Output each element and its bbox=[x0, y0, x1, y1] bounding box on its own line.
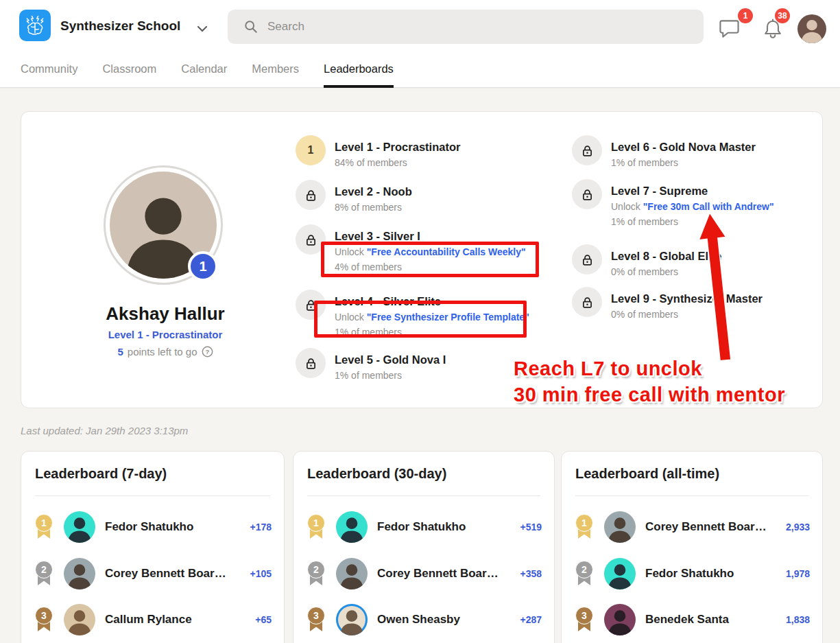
lock-icon bbox=[581, 144, 594, 157]
leaderboard-row[interactable]: 2 Corey Bennett Boar… +358 bbox=[306, 553, 542, 594]
leaderboard-alltime-card: Leaderboard (all-time) 1 Corey Bennett B… bbox=[561, 451, 823, 643]
level-item-2: Level 2 - Noob 8% of members bbox=[296, 180, 412, 215]
tab-leaderboards[interactable]: Leaderboards bbox=[324, 55, 394, 88]
level-item-3: Level 3 - Silver I Unlock "Free Accounta… bbox=[296, 224, 526, 274]
leaderboard-row[interactable]: 1 Fedor Shatukho +178 bbox=[34, 506, 272, 548]
notification-badge: 38 bbox=[775, 8, 790, 23]
user-avatar[interactable] bbox=[797, 14, 826, 43]
person-silhouette-icon bbox=[64, 560, 95, 589]
member-points: +287 bbox=[520, 614, 542, 625]
leaderboard-30day-card: Leaderboard (30-day) 1 Fedor Shatukho +5… bbox=[293, 451, 555, 643]
member-name[interactable]: Fedor Shatukho bbox=[377, 520, 510, 534]
level-title: Level 8 - Global Elite bbox=[611, 248, 721, 264]
lock-icon bbox=[304, 189, 317, 202]
avatar bbox=[336, 511, 368, 543]
search-icon bbox=[244, 20, 258, 34]
leaderboard-title: Leaderboard (30-day) bbox=[307, 466, 446, 482]
level-unlock: Unlock "Free Synthesizer Profile Templat… bbox=[335, 309, 529, 325]
leaderboard-7day-card: Leaderboard (7-day) 1 Fedor Shatukho +17… bbox=[21, 451, 285, 643]
profile-name: Akshay Hallur bbox=[21, 303, 309, 325]
person-silhouette-icon bbox=[604, 560, 636, 589]
search-input[interactable] bbox=[267, 20, 693, 34]
medal-gold-icon: 1 bbox=[34, 514, 54, 540]
level-item-5: Level 5 - Gold Nova I 1% of members bbox=[296, 348, 446, 383]
chat-icon[interactable] bbox=[719, 18, 740, 41]
avatar bbox=[64, 604, 95, 635]
member-name[interactable]: Corey Bennett Boar… bbox=[377, 567, 510, 581]
svg-text:?: ? bbox=[205, 348, 209, 355]
level-lock-badge bbox=[296, 348, 326, 378]
member-name[interactable]: Corey Bennett Boar… bbox=[105, 567, 240, 581]
level-item-7: Level 7 - Supreme Unlock "Free 30m Call … bbox=[572, 179, 774, 229]
profile-level-label[interactable]: Level 1 - Procrastinator bbox=[21, 329, 309, 340]
medal-silver-icon: 2 bbox=[306, 561, 326, 587]
level-item-8: Level 8 - Global Elite 0% of members bbox=[572, 244, 721, 279]
lock-icon bbox=[304, 357, 317, 370]
member-name[interactable]: Fedor Shatukho bbox=[645, 567, 776, 581]
medal-bronze-icon: 3 bbox=[34, 607, 54, 633]
question-icon[interactable]: ? bbox=[202, 346, 213, 358]
profile-level-badge: 1 bbox=[188, 251, 218, 281]
leaderboard-row[interactable]: 2 Corey Bennett Boar… +105 bbox=[34, 553, 272, 594]
leaderboard-row[interactable]: 1 Corey Bennett Boar… 2,933 bbox=[574, 506, 810, 548]
leaderboard-row[interactable]: 2 Fedor Shatukho 1,978 bbox=[574, 553, 810, 594]
tab-members[interactable]: Members bbox=[252, 55, 299, 88]
level-members: 0% of members bbox=[611, 307, 763, 322]
level-lock-badge bbox=[572, 179, 602, 209]
level-lock-badge bbox=[296, 180, 326, 210]
level-title: Level 5 - Gold Nova I bbox=[335, 351, 446, 368]
medal-bronze-icon: 3 bbox=[574, 607, 595, 633]
person-silhouette-icon bbox=[336, 606, 368, 635]
lock-icon bbox=[304, 299, 317, 312]
level-lock-badge bbox=[572, 135, 602, 165]
chevron-down-icon[interactable] bbox=[197, 23, 207, 35]
member-name[interactable]: Callum Rylance bbox=[105, 613, 245, 627]
level-title: Level 7 - Supreme bbox=[611, 183, 774, 199]
tab-calendar[interactable]: Calendar bbox=[181, 55, 227, 88]
member-name[interactable]: Corey Bennett Boar… bbox=[645, 520, 776, 534]
member-points: +519 bbox=[520, 522, 542, 533]
level-members: 4% of members bbox=[335, 259, 526, 274]
level-title: Level 9 - Synthesizer Master bbox=[611, 290, 763, 307]
level-members: 1% of members bbox=[335, 368, 446, 383]
level-unlock: Unlock "Free Accountability Calls Weekly… bbox=[335, 244, 526, 259]
tab-classroom[interactable]: Classroom bbox=[102, 55, 156, 88]
person-silhouette-icon bbox=[604, 513, 636, 543]
level-lock-badge bbox=[296, 290, 326, 320]
avatar bbox=[64, 511, 95, 543]
community-logo[interactable] bbox=[19, 10, 51, 41]
tab-community[interactable]: Community bbox=[21, 55, 77, 88]
avatar bbox=[604, 604, 636, 635]
member-points: +178 bbox=[250, 522, 272, 533]
level-title: Level 2 - Noob bbox=[335, 183, 412, 200]
svg-text:3: 3 bbox=[41, 610, 47, 621]
level-item-1: 1 Level 1 - Procrastinator 84% of member… bbox=[296, 135, 460, 170]
leaderboard-row[interactable]: 3 Owen Sheasby +287 bbox=[306, 599, 542, 640]
svg-text:2: 2 bbox=[581, 564, 587, 575]
svg-text:3: 3 bbox=[313, 610, 319, 621]
member-name[interactable]: Benedek Santa bbox=[645, 613, 776, 627]
level-number-badge: 1 bbox=[296, 135, 326, 165]
avatar bbox=[604, 511, 636, 543]
medal-gold-icon: 1 bbox=[574, 514, 595, 540]
member-points: +105 bbox=[250, 568, 272, 579]
points-label: points left to go bbox=[128, 346, 197, 358]
medal-bronze-icon: 3 bbox=[306, 607, 326, 633]
svg-text:1: 1 bbox=[313, 517, 319, 528]
member-name[interactable]: Owen Sheasby bbox=[377, 613, 510, 627]
leaderboard-row[interactable]: 3 Benedek Santa 1,838 bbox=[574, 599, 810, 640]
medal-silver-icon: 2 bbox=[34, 561, 54, 587]
level-members: 84% of members bbox=[335, 155, 460, 170]
unlock-reward-link: "Free 30m Call with Andrew" bbox=[643, 201, 774, 212]
divider bbox=[35, 495, 270, 496]
level-title: Level 3 - Silver I bbox=[335, 228, 526, 244]
member-name[interactable]: Fedor Shatukho bbox=[105, 520, 240, 534]
leaderboard-row[interactable]: 1 Fedor Shatukho +519 bbox=[306, 506, 542, 548]
leaderboard-row[interactable]: 3 Callum Rylance +65 bbox=[34, 599, 272, 640]
community-name[interactable]: Synthesizer School bbox=[60, 19, 180, 34]
profile-avatar[interactable]: 1 bbox=[104, 165, 223, 285]
lock-icon bbox=[581, 296, 594, 309]
annotation-text: Reach L7 to unclok 30 min free call with… bbox=[514, 355, 785, 408]
unlock-reward-link: "Free Accountability Calls Weekly" bbox=[367, 246, 526, 257]
svg-text:3: 3 bbox=[581, 610, 587, 621]
